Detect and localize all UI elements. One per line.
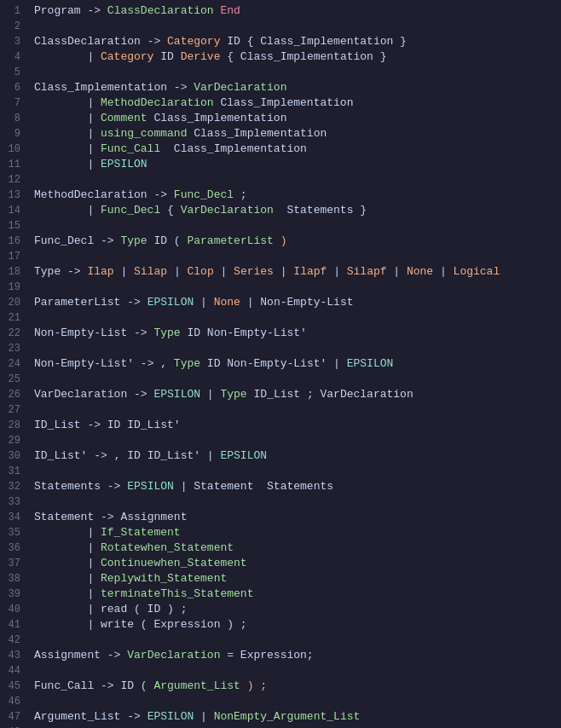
line-content	[31, 633, 561, 648]
token: ClassDeclaration	[34, 35, 141, 48]
code-line: 35 | If_Statement	[0, 525, 561, 540]
code-line: 8 | Comment Class_Implementation	[0, 111, 561, 126]
token: None	[407, 265, 433, 278]
line-content: Statement -> Assignment	[31, 510, 561, 525]
token: End	[214, 4, 240, 17]
code-line: 47Argument_List -> EPSILON | NonEmpty_Ar…	[0, 709, 561, 725]
line-content: | If_Statement	[31, 525, 561, 540]
token: Derive	[181, 50, 221, 63]
line-number: 8	[0, 111, 31, 126]
line-content: | Category ID Derive { Class_Implementat…	[31, 49, 561, 65]
token: Class_Implementation	[34, 81, 167, 94]
token: ->	[127, 388, 153, 401]
token: Category	[101, 50, 153, 63]
token: ->	[120, 296, 147, 309]
token: ParameterList	[34, 296, 120, 309]
code-line: 25	[0, 372, 561, 387]
token: Clop	[187, 265, 213, 278]
token: |	[34, 96, 101, 109]
token: VarDeclaration	[181, 204, 274, 217]
token: )	[274, 234, 287, 247]
line-number: 4	[0, 49, 31, 65]
code-line: 12	[0, 172, 561, 188]
token: |	[327, 265, 346, 278]
token: Program	[34, 4, 81, 17]
code-line: 46	[0, 694, 561, 709]
line-content: VarDeclaration -> EPSILON | Type ID_List…	[31, 387, 561, 402]
line-number: 15	[0, 218, 31, 234]
code-line: 44	[0, 663, 561, 679]
line-number: 17	[0, 249, 31, 264]
token: Class_Implementation	[214, 96, 354, 109]
line-content	[31, 694, 561, 709]
token: | write ( Expression ) ;	[34, 618, 247, 631]
line-content	[31, 218, 561, 234]
line-number: 32	[0, 479, 31, 494]
token: Class_Implementation	[187, 127, 327, 140]
line-content	[31, 372, 561, 387]
line-number: 25	[0, 372, 31, 387]
token: Rotatewhen_Statement	[101, 541, 234, 554]
line-number: 11	[0, 157, 31, 172]
token: Replywith_Statement	[101, 572, 227, 585]
token: |	[34, 158, 101, 170]
line-content: Class_Implementation -> VarDeclaration	[31, 80, 561, 95]
line-number: 36	[0, 540, 31, 556]
line-content: | Continuewhen_Statement	[31, 556, 561, 571]
code-line: 38 | Replywith_Statement	[0, 571, 561, 586]
token: Ilap	[87, 265, 113, 278]
token: Statements }	[274, 204, 367, 217]
code-line: 13MethodDeclaration -> Func_Decl ;	[0, 188, 561, 203]
line-content: Assignment -> VarDeclaration = Expressio…	[31, 648, 561, 663]
token: ->	[141, 35, 167, 48]
line-content: | Func_Decl { VarDeclaration Statements …	[31, 203, 561, 218]
token: Func_Decl	[101, 204, 160, 217]
code-line: 18Type -> Ilap | Silap | Clop | Series |…	[0, 264, 561, 280]
code-line: 26VarDeclaration -> EPSILON | Type ID_Li…	[0, 387, 561, 402]
line-number: 22	[0, 326, 31, 341]
token: MethodDeclaration	[101, 96, 214, 109]
code-line: 10 | Func_Call Class_Implementation	[0, 142, 561, 157]
token: ->	[94, 234, 120, 247]
token: EPSILON	[147, 710, 194, 723]
token: |	[34, 142, 101, 155]
line-number: 45	[0, 679, 31, 694]
line-number: 46	[0, 694, 31, 709]
token: None	[214, 296, 240, 309]
code-line: 45Func_Call -> ID ( Argument_List ) ;	[0, 679, 561, 694]
line-content: | using_command Class_Implementation	[31, 126, 561, 142]
token: Ilapf	[293, 265, 327, 278]
code-editor: 1Program -> ClassDeclaration End23ClassD…	[0, 0, 561, 728]
line-number: 3	[0, 34, 31, 49]
line-number: 18	[0, 264, 31, 280]
code-line: 11 | EPSILON	[0, 157, 561, 172]
token: Func_Call	[34, 679, 94, 692]
line-content: | Func_Call Class_Implementation	[31, 142, 561, 157]
token: ID Non-Empty-List' |	[200, 357, 347, 370]
token: ID_List	[34, 419, 81, 431]
token: Non-Empty-List	[34, 326, 127, 339]
line-number: 30	[0, 448, 31, 464]
token: |	[34, 204, 101, 217]
code-line: 28ID_List -> ID ID_List'	[0, 418, 561, 433]
line-content: Func_Decl -> Type ID ( ParameterList )	[31, 234, 561, 249]
token: VarDeclaration	[127, 649, 220, 662]
line-number: 16	[0, 234, 31, 249]
line-number: 44	[0, 663, 31, 679]
token: EPSILON	[101, 158, 147, 170]
line-content: ID_List' -> , ID ID_List' | EPSILON	[31, 448, 561, 464]
line-content: | MethodDeclaration Class_Implementation	[31, 95, 561, 111]
token: Func_Call	[101, 142, 160, 155]
token: |	[194, 296, 213, 309]
line-number: 27	[0, 402, 31, 418]
token: VarDeclaration	[34, 388, 127, 401]
code-line: 4 | Category ID Derive { Class_Implement…	[0, 49, 561, 65]
token: Series	[234, 265, 274, 278]
line-number: 21	[0, 310, 31, 326]
line-number: 9	[0, 126, 31, 142]
token: -> ID ID_List'	[81, 419, 181, 431]
line-number: 42	[0, 633, 31, 648]
line-content: Non-Empty-List -> Type ID Non-Empty-List…	[31, 326, 561, 341]
line-number: 33	[0, 494, 31, 510]
token: Type	[120, 234, 147, 247]
